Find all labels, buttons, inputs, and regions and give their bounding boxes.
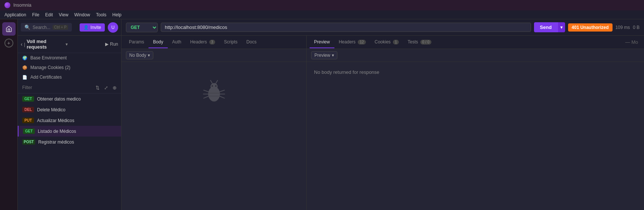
method-select[interactable]: GET POST PUT DELETE PATCH (126, 23, 158, 32)
preview-type-select[interactable]: Preview ▾ (311, 51, 337, 59)
top-header-row: 🔍 Search... Ctrl + P 👤 Invite U (18, 19, 121, 36)
titlebar: Insomnia (0, 0, 644, 10)
svg-point-1 (210, 83, 217, 90)
url-input[interactable] (161, 23, 531, 32)
request-tab-bar: Params Body Auth Headers 3 Scripts Docs (121, 36, 306, 49)
back-button[interactable]: ‹ (21, 41, 23, 47)
response-content: No body returned for response (307, 62, 644, 210)
filter-bar: ⇅ ⤢ ⊕ (18, 82, 121, 93)
request-bar: GET POST PUT DELETE PATCH Send ▾ 401 Una… (121, 19, 644, 36)
svg-line-6 (204, 90, 208, 92)
menu-window[interactable]: Window (71, 12, 93, 18)
request-list: GET Obtener datos medico DEL Delete Médi… (18, 93, 121, 210)
request-label: Actualizar Médicos (37, 118, 74, 123)
env-list: 🌍 Base Environment 🍪 Manage Cookies (2) … (18, 53, 121, 82)
response-headers-badge: 12 (358, 40, 366, 45)
body-type-label: No Body (129, 53, 146, 58)
request-panel: Params Body Auth Headers 3 Scripts Docs … (121, 36, 307, 210)
invite-button[interactable]: 👤 Invite (80, 23, 105, 32)
run-button[interactable]: ▶ Run (105, 42, 118, 47)
cookies-badge: 1 (393, 40, 399, 45)
menubar: Application File Edit View Window Tools … (0, 10, 644, 19)
play-icon: ▶ (105, 42, 109, 47)
method-badge-get-active: GET (23, 128, 35, 134)
body-type-select[interactable]: No Body ▾ (126, 51, 153, 59)
tab-headers[interactable]: Headers 3 (186, 36, 219, 48)
tab-response-headers[interactable]: Headers 12 (334, 36, 370, 48)
app-title: Insomnia (13, 3, 31, 8)
main-content: GET POST PUT DELETE PATCH Send ▾ 401 Una… (121, 19, 644, 210)
chevron-icon: ▾ (148, 53, 150, 58)
sidebar-wrapper: 🔍 Search... Ctrl + P 👤 Invite U ‹ | Voll… (18, 19, 121, 210)
sidebar-icon-home[interactable] (2, 22, 16, 36)
base-environment-item[interactable]: 🌍 Base Environment (18, 53, 121, 63)
add-certificates-item[interactable]: 📄 Add Certificates (18, 72, 121, 82)
search-icon: 🔍 (24, 24, 30, 30)
sort-button[interactable]: ⇅ (94, 84, 101, 91)
request-item-listado[interactable]: GET Listado de Médicos (18, 126, 121, 137)
panels: Params Body Auth Headers 3 Scripts Docs … (121, 36, 644, 210)
send-dropdown-button[interactable]: ▾ (558, 22, 565, 32)
svg-line-8 (204, 96, 208, 98)
request-item-actualizar[interactable]: PUT Actualizar Médicos (18, 115, 121, 126)
request-label: Registrar médicos (38, 140, 74, 145)
header-actions: 👤 Invite U (80, 22, 118, 33)
menu-edit[interactable]: Edit (42, 12, 56, 18)
preview-type-label: Preview (314, 53, 330, 58)
search-shortcut-badge: Ctrl + P (53, 25, 68, 30)
request-label: Listado de Médicos (38, 129, 76, 134)
tab-docs[interactable]: Docs (242, 36, 261, 48)
search-section[interactable]: 🔍 Search... Ctrl + P (21, 23, 72, 32)
user-avatar[interactable]: U (108, 22, 118, 33)
filter-input[interactable] (21, 83, 94, 92)
request-label: Obtener datos medico (37, 96, 81, 102)
request-item-registrar[interactable]: POST Registrar médicos (18, 137, 121, 147)
expand-button[interactable]: ⤢ (103, 84, 110, 91)
response-time: 109 ms (615, 25, 630, 30)
menu-file[interactable]: File (29, 12, 42, 18)
manage-cookies-item[interactable]: 🍪 Manage Cookies (2) (18, 63, 121, 72)
menu-help[interactable]: Help (109, 12, 124, 18)
send-btn-group: Send ▾ (534, 22, 565, 32)
add-certificates-label: Add Certificates (30, 75, 62, 80)
send-button[interactable]: Send (534, 22, 558, 32)
cookie-icon: 🍪 (22, 65, 27, 70)
tab-scripts[interactable]: Scripts (220, 36, 242, 48)
invite-icon: 👤 (83, 25, 89, 30)
response-size: 0 B (633, 25, 640, 30)
tab-preview[interactable]: Preview (310, 36, 334, 48)
svg-line-4 (210, 81, 212, 83)
tab-params[interactable]: Params (124, 36, 149, 48)
request-item-delete[interactable]: DEL Delete Médico (18, 104, 121, 115)
tab-body[interactable]: Body (149, 36, 167, 48)
bug-illustration-area (121, 62, 306, 121)
svg-line-9 (220, 90, 224, 92)
svg-line-5 (216, 81, 217, 83)
add-request-button[interactable]: ⊕ (111, 84, 118, 91)
add-collection-button[interactable]: + (4, 39, 13, 47)
menu-view[interactable]: View (56, 12, 71, 18)
tab-tests[interactable]: Tests 0 / 0 (403, 36, 436, 48)
svg-line-11 (220, 96, 224, 98)
collection-name: Voll med requests (27, 39, 63, 50)
tab-auth[interactable]: Auth (168, 36, 186, 48)
request-item-obtener[interactable]: GET Obtener datos medico (18, 93, 121, 104)
menu-tools[interactable]: Tools (93, 12, 109, 18)
app-icon (4, 2, 10, 8)
method-badge-put: PUT (22, 118, 34, 123)
base-env-label: Base Environment (30, 55, 67, 60)
menu-application[interactable]: Application (1, 12, 29, 18)
more-button[interactable]: — Mo (622, 39, 641, 45)
globe-icon: 🌍 (22, 56, 27, 60)
tab-cookies[interactable]: Cookies 1 (370, 36, 403, 48)
method-badge-post: POST (22, 139, 35, 145)
preview-toolbar: Preview ▾ (307, 49, 644, 62)
app-body: + 🔍 Search... Ctrl + P 👤 Invite U ‹ | Vo… (0, 19, 644, 210)
collection-header: ‹ | Voll med requests ▼ ▶ Run (18, 36, 121, 53)
status-badge: 401 Unauthorized (568, 23, 613, 32)
method-badge-get: GET (22, 96, 34, 102)
certificate-icon: 📄 (22, 75, 27, 80)
more-tabs: — Mo (622, 39, 641, 45)
manage-cookies-label: Manage Cookies (2) (30, 65, 70, 70)
svg-point-3 (215, 85, 216, 87)
